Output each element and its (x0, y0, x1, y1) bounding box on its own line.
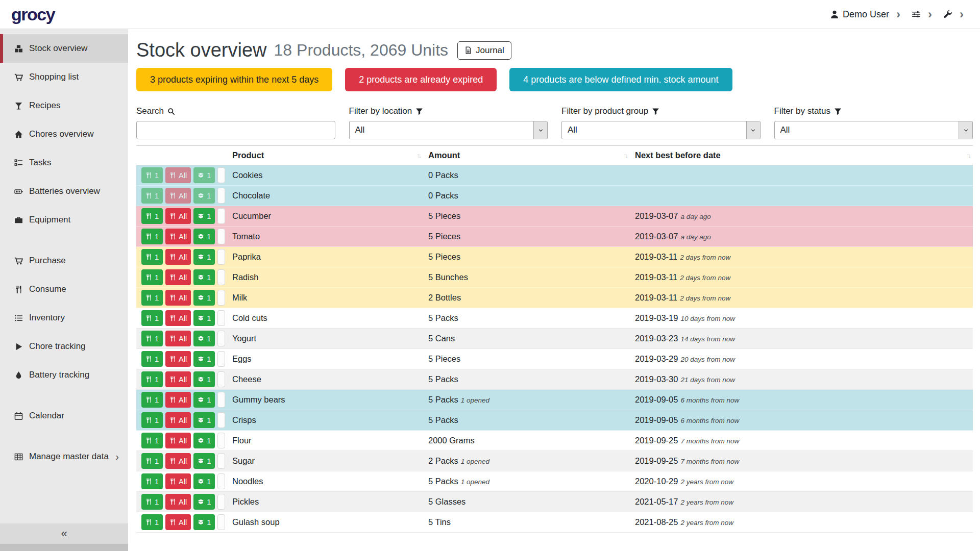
consume-all-button[interactable]: All (165, 412, 191, 428)
consume-one-button[interactable]: 1 (141, 453, 163, 469)
consume-all-button[interactable]: All (165, 351, 191, 367)
row-menu-button[interactable] (217, 392, 225, 408)
row-menu-button[interactable] (217, 433, 225, 448)
product-column-header[interactable]: Product↑↓ (227, 146, 423, 165)
row-menu-button[interactable] (217, 494, 225, 510)
consume-all-button[interactable]: All (165, 310, 191, 326)
consume-all-button[interactable]: All (165, 188, 191, 204)
row-menu-button[interactable] (217, 371, 225, 387)
consume-one-button[interactable]: 1 (141, 188, 163, 204)
consume-one-button[interactable]: 1 (141, 514, 163, 530)
consume-all-button[interactable]: All (165, 433, 191, 448)
user-menu-chevron-icon[interactable]: › (895, 8, 901, 20)
sidebar-item-shopping-list[interactable]: Shopping list (0, 63, 128, 91)
row-menu-button[interactable] (217, 208, 225, 224)
consume-one-button[interactable]: 1 (141, 331, 163, 346)
consume-one-button[interactable]: 1 (141, 167, 163, 183)
consume-all-button[interactable]: All (165, 494, 191, 510)
sort-icon[interactable]: ↑↓ (623, 152, 627, 159)
sidebar-item-equipment[interactable]: Equipment (0, 206, 128, 234)
open-one-button[interactable]: 1 (193, 208, 215, 224)
user-menu[interactable]: Demo User (830, 9, 889, 20)
consume-all-button[interactable]: All (165, 229, 191, 244)
consume-all-button[interactable]: All (165, 371, 191, 387)
row-menu-button[interactable] (217, 269, 225, 285)
consume-all-button[interactable]: All (165, 269, 191, 285)
open-one-button[interactable]: 1 (193, 433, 215, 448)
sliders-icon[interactable] (912, 10, 921, 19)
consume-all-button[interactable]: All (165, 208, 191, 224)
sidebar-item-tasks[interactable]: Tasks (0, 148, 128, 177)
consume-all-button[interactable]: All (165, 392, 191, 408)
sidebar-item-inventory[interactable]: Inventory (0, 304, 128, 332)
consume-one-button[interactable]: 1 (141, 351, 163, 367)
consume-one-button[interactable]: 1 (141, 412, 163, 428)
consume-all-button[interactable]: All (165, 167, 191, 183)
row-menu-button[interactable] (217, 167, 225, 183)
row-menu-button[interactable] (217, 514, 225, 530)
consume-one-button[interactable]: 1 (141, 310, 163, 326)
open-one-button[interactable]: 1 (193, 310, 215, 326)
best-before-column-header[interactable]: Next best before date↑↓ (630, 146, 973, 165)
open-one-button[interactable]: 1 (193, 514, 215, 530)
consume-one-button[interactable]: 1 (141, 473, 163, 489)
consume-one-button[interactable]: 1 (141, 208, 163, 224)
sidebar-item-consume[interactable]: Consume (0, 275, 128, 304)
row-menu-button[interactable] (217, 331, 225, 346)
open-one-button[interactable]: 1 (193, 290, 215, 306)
sidebar-item-recipes[interactable]: Recipes (0, 91, 128, 120)
sidebar-item-chore-tracking[interactable]: Chore tracking (0, 332, 128, 361)
open-one-button[interactable]: 1 (193, 494, 215, 510)
open-one-button[interactable]: 1 (193, 249, 215, 265)
open-one-button[interactable]: 1 (193, 269, 215, 285)
consume-all-button[interactable]: All (165, 453, 191, 469)
sidebar-item-battery-tracking[interactable]: Battery tracking (0, 361, 128, 389)
open-one-button[interactable]: 1 (193, 453, 215, 469)
sidebar-item-calendar[interactable]: Calendar (0, 402, 128, 430)
status-select[interactable]: All (774, 121, 973, 139)
open-one-button[interactable]: 1 (193, 331, 215, 346)
row-menu-button[interactable] (217, 229, 225, 244)
admin-chevron-icon[interactable]: › (959, 8, 965, 20)
product-group-select[interactable]: All (561, 121, 761, 139)
consume-one-button[interactable]: 1 (141, 229, 163, 244)
consume-one-button[interactable]: 1 (141, 249, 163, 265)
row-menu-button[interactable] (217, 453, 225, 469)
consume-one-button[interactable]: 1 (141, 392, 163, 408)
open-one-button[interactable]: 1 (193, 229, 215, 244)
row-menu-button[interactable] (217, 188, 225, 204)
row-menu-button[interactable] (217, 412, 225, 428)
consume-one-button[interactable]: 1 (141, 494, 163, 510)
consume-one-button[interactable]: 1 (141, 433, 163, 448)
open-one-button[interactable]: 1 (193, 188, 215, 204)
consume-one-button[interactable]: 1 (141, 371, 163, 387)
consume-all-button[interactable]: All (165, 249, 191, 265)
open-one-button[interactable]: 1 (193, 371, 215, 387)
location-select[interactable]: All (349, 121, 548, 139)
consume-all-button[interactable]: All (165, 331, 191, 346)
open-one-button[interactable]: 1 (193, 351, 215, 367)
consume-all-button[interactable]: All (165, 473, 191, 489)
sidebar-item-purchase[interactable]: Purchase (0, 246, 128, 275)
open-one-button[interactable]: 1 (193, 412, 215, 428)
consume-one-button[interactable]: 1 (141, 269, 163, 285)
settings-chevron-icon[interactable]: › (927, 8, 933, 20)
consume-one-button[interactable]: 1 (141, 290, 163, 306)
wrench-icon[interactable] (943, 10, 952, 19)
sidebar-item-manage-master-data[interactable]: Manage master data› (0, 442, 128, 471)
sidebar-item-stock-overview[interactable]: Stock overview (0, 34, 128, 63)
sort-icon[interactable]: ↑↓ (966, 152, 970, 159)
search-input[interactable] (136, 121, 335, 139)
sidebar-collapse-button[interactable]: « (0, 523, 128, 544)
amount-column-header[interactable]: Amount↑↓ (423, 146, 630, 165)
consume-all-button[interactable]: All (165, 514, 191, 530)
sort-icon[interactable]: ↑↓ (416, 152, 420, 159)
row-menu-button[interactable] (217, 351, 225, 367)
journal-button[interactable]: Journal (457, 41, 511, 60)
row-menu-button[interactable] (217, 290, 225, 306)
consume-all-button[interactable]: All (165, 290, 191, 306)
sidebar-item-batteries-overview[interactable]: Batteries overview (0, 177, 128, 206)
open-one-button[interactable]: 1 (193, 473, 215, 489)
row-menu-button[interactable] (217, 249, 225, 265)
open-one-button[interactable]: 1 (193, 167, 215, 183)
